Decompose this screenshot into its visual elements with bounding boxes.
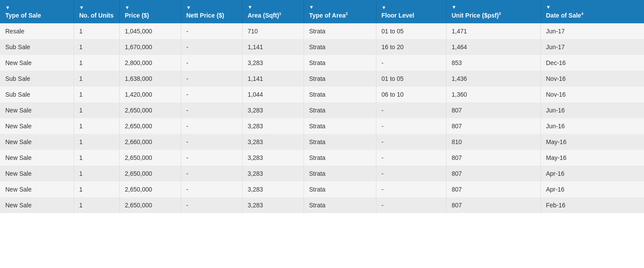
cell-no-of-units: 1 — [74, 181, 119, 197]
cell-date-of-sale: Jun-16 — [540, 118, 644, 134]
cell-type-of-area: Strata — [304, 166, 376, 181]
cell-type-of-sale: New Sale — [0, 102, 74, 118]
cell-area: 3,283 — [242, 181, 304, 197]
cell-price: 1,420,000 — [119, 87, 181, 102]
table-row: New Sale12,650,000-3,283Strata-807Feb-16 — [0, 197, 644, 213]
cell-area: 710 — [242, 23, 304, 39]
cell-type-of-area: Strata — [304, 71, 376, 87]
cell-no-of-units: 1 — [74, 87, 119, 102]
sort-arrow-area: ▼ — [248, 4, 298, 10]
table-row: New Sale12,650,000-3,283Strata-807Jun-16 — [0, 118, 644, 134]
col-label-floor-level: Floor Level — [382, 12, 441, 19]
cell-price: 2,650,000 — [119, 150, 181, 166]
cell-nett-price: - — [181, 55, 242, 71]
cell-type-of-sale: New Sale — [0, 166, 74, 181]
cell-no-of-units: 1 — [74, 102, 119, 118]
col-label-type-of-sale: Type of Sale — [5, 12, 68, 19]
cell-nett-price: - — [181, 134, 242, 150]
col-label-area: Area (Sqft)1 — [248, 11, 298, 19]
col-label-nett-price: Nett Price ($) — [186, 12, 237, 19]
cell-nett-price: - — [181, 118, 242, 134]
cell-nett-price: - — [181, 23, 242, 39]
cell-no-of-units: 1 — [74, 197, 119, 213]
cell-price: 2,650,000 — [119, 102, 181, 118]
col-header-nett-price[interactable]: ▼ Nett Price ($) — [181, 0, 242, 23]
sort-arrow-price: ▼ — [125, 5, 175, 10]
cell-type-of-area: Strata — [304, 39, 376, 55]
cell-floor-level: - — [376, 102, 446, 118]
table-row: Sub Sale11,638,000-1,141Strata01 to 051,… — [0, 71, 644, 87]
cell-date-of-sale: Nov-16 — [540, 71, 644, 87]
col-header-no-of-units[interactable]: ▼ No. of Units — [74, 0, 119, 23]
sort-arrow-unit-price: ▼ — [452, 4, 535, 10]
cell-area: 1,044 — [242, 87, 304, 102]
table-row: Sub Sale11,670,000-1,141Strata16 to 201,… — [0, 39, 644, 55]
col-label-no-of-units: No. of Units — [79, 12, 114, 19]
cell-no-of-units: 1 — [74, 150, 119, 166]
table-row: New Sale12,650,000-3,283Strata-807Jun-16 — [0, 102, 644, 118]
col-header-unit-price[interactable]: ▼ Unit Price ($psf)3 — [446, 0, 540, 23]
cell-type-of-area: Strata — [304, 134, 376, 150]
col-label-unit-price: Unit Price ($psf)3 — [452, 11, 535, 19]
table-row: New Sale12,650,000-3,283Strata-807May-16 — [0, 150, 644, 166]
col-header-type-of-sale[interactable]: ▼ Type of Sale — [0, 0, 74, 23]
cell-type-of-sale: New Sale — [0, 134, 74, 150]
table-row: New Sale12,650,000-3,283Strata-807Apr-16 — [0, 181, 644, 197]
cell-date-of-sale: Apr-16 — [540, 181, 644, 197]
cell-nett-price: - — [181, 166, 242, 181]
cell-type-of-area: Strata — [304, 118, 376, 134]
cell-type-of-sale: Sub Sale — [0, 71, 74, 87]
cell-area: 1,141 — [242, 71, 304, 87]
table-row: New Sale12,800,000-3,283Strata-853Dec-16 — [0, 55, 644, 71]
cell-unit-price: 807 — [446, 150, 540, 166]
cell-no-of-units: 1 — [74, 134, 119, 150]
cell-date-of-sale: Dec-16 — [540, 55, 644, 71]
cell-area: 3,283 — [242, 118, 304, 134]
cell-unit-price: 853 — [446, 55, 540, 71]
cell-date-of-sale: Feb-16 — [540, 197, 644, 213]
cell-floor-level: 01 to 05 — [376, 71, 446, 87]
cell-no-of-units: 1 — [74, 55, 119, 71]
cell-floor-level: 16 to 20 — [376, 39, 446, 55]
sort-arrow-nett-price: ▼ — [186, 5, 237, 10]
cell-floor-level: - — [376, 197, 446, 213]
sort-arrow-floor-level: ▼ — [382, 5, 441, 10]
cell-no-of-units: 1 — [74, 23, 119, 39]
cell-no-of-units: 1 — [74, 39, 119, 55]
cell-area: 3,283 — [242, 197, 304, 213]
table-row: Sub Sale11,420,000-1,044Strata06 to 101,… — [0, 87, 644, 102]
cell-type-of-sale: Sub Sale — [0, 87, 74, 102]
sort-arrow-type-of-area: ▼ — [309, 4, 371, 10]
cell-type-of-area: Strata — [304, 150, 376, 166]
cell-unit-price: 810 — [446, 134, 540, 150]
cell-nett-price: - — [181, 150, 242, 166]
col-header-date-of-sale[interactable]: ▼ Date of Sale4 — [540, 0, 644, 23]
cell-price: 1,638,000 — [119, 71, 181, 87]
cell-type-of-area: Strata — [304, 23, 376, 39]
table-header-row: ▼ Type of Sale ▼ No. of Units ▼ Price ($… — [0, 0, 644, 23]
col-header-area[interactable]: ▼ Area (Sqft)1 — [242, 0, 304, 23]
col-header-type-of-area[interactable]: ▼ Type of Area2 — [304, 0, 376, 23]
cell-unit-price: 807 — [446, 118, 540, 134]
cell-type-of-area: Strata — [304, 87, 376, 102]
cell-floor-level: - — [376, 118, 446, 134]
cell-unit-price: 807 — [446, 181, 540, 197]
table-body: Resale11,045,000-710Strata01 to 051,471J… — [0, 23, 644, 213]
cell-area: 3,283 — [242, 150, 304, 166]
cell-unit-price: 1,464 — [446, 39, 540, 55]
cell-type-of-sale: Sub Sale — [0, 39, 74, 55]
cell-no-of-units: 1 — [74, 118, 119, 134]
cell-date-of-sale: Jun-17 — [540, 23, 644, 39]
cell-nett-price: - — [181, 39, 242, 55]
cell-floor-level: - — [376, 181, 446, 197]
cell-unit-price: 807 — [446, 166, 540, 181]
cell-area: 3,283 — [242, 166, 304, 181]
col-header-price[interactable]: ▼ Price ($) — [119, 0, 181, 23]
table-row: Resale11,045,000-710Strata01 to 051,471J… — [0, 23, 644, 39]
cell-area: 3,283 — [242, 55, 304, 71]
col-header-floor-level[interactable]: ▼ Floor Level — [376, 0, 446, 23]
cell-date-of-sale: May-16 — [540, 150, 644, 166]
cell-date-of-sale: Jun-16 — [540, 102, 644, 118]
cell-unit-price: 1,360 — [446, 87, 540, 102]
cell-floor-level: - — [376, 55, 446, 71]
